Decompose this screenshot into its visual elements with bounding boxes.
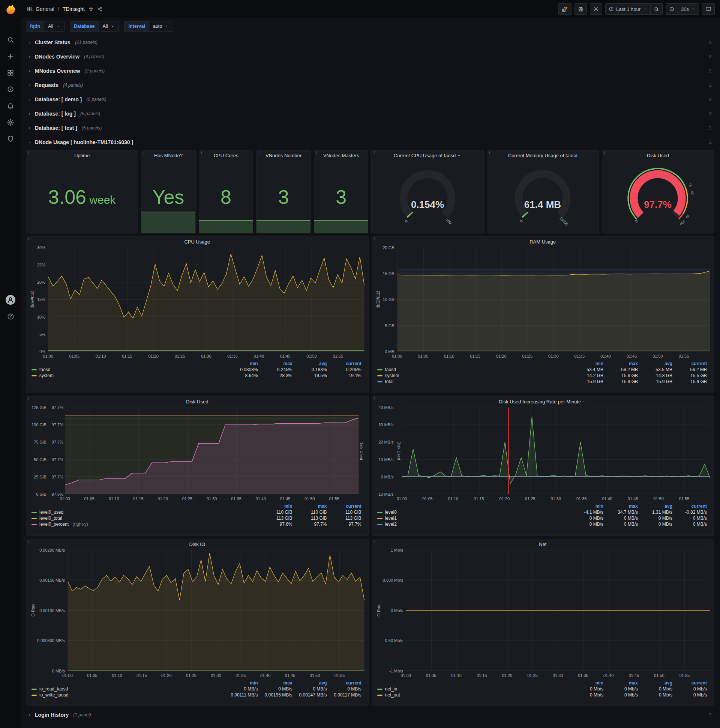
legend-header-current[interactable]: current	[328, 503, 363, 509]
panel-header[interactable]: iCurrent CPU Usage of taosd	[372, 150, 483, 161]
panel-info-icon[interactable]: i	[26, 397, 31, 402]
row-dnode-usage[interactable]: DNode Usage [ huolinhe-TM1701:6030 ]	[26, 136, 714, 148]
panel-header[interactable]: iHas MNode?	[141, 150, 195, 161]
save-dashboard-button[interactable]	[575, 3, 587, 15]
legend-series-level0-total[interactable]: level0_total	[32, 515, 259, 521]
legend-header-min[interactable]: min	[571, 680, 605, 686]
row-requests[interactable]: Requests(4 panels)	[26, 79, 714, 92]
panel-header[interactable]: iDisk IO	[26, 539, 368, 549]
panel-info-icon[interactable]: i	[314, 150, 319, 155]
legend-header-min[interactable]: min	[225, 361, 259, 367]
dashboards-icon[interactable]	[2, 64, 19, 81]
legend-header-max[interactable]: max	[605, 503, 639, 509]
legend-series-net-in[interactable]: net_in	[377, 686, 571, 692]
legend-series-io-write-taosd[interactable]: io_write_taosd	[32, 692, 225, 698]
row-mnodes-overview[interactable]: MNodes Overview(2 panels)	[26, 64, 714, 77]
panel-info-icon[interactable]: i	[256, 150, 261, 155]
panel-info-icon[interactable]: i	[141, 150, 146, 155]
chart-plot-cpu-usage[interactable]	[48, 248, 364, 352]
legend-header-max[interactable]: max	[605, 680, 639, 686]
panel-info-icon[interactable]: i	[372, 397, 377, 402]
legend-header-current[interactable]: current	[328, 361, 363, 367]
legend-header-avg[interactable]: avg	[639, 503, 674, 509]
chart-plot-disk-rate[interactable]	[402, 408, 710, 494]
panel-info-icon[interactable]: i	[372, 150, 377, 155]
legend-header-current[interactable]: current	[674, 361, 708, 367]
legend-series-taosd[interactable]: taosd	[377, 367, 571, 373]
explore-icon[interactable]	[2, 81, 19, 98]
server-admin-icon[interactable]	[2, 131, 19, 147]
row-drag-handle[interactable]	[708, 97, 713, 103]
row-drag-handle[interactable]	[708, 83, 713, 89]
legend-series-level0-used[interactable]: level0_used	[32, 509, 259, 515]
row-drag-handle[interactable]	[708, 125, 713, 132]
legend-series-system[interactable]: system	[32, 373, 225, 379]
legend-header-min[interactable]: min	[225, 680, 259, 686]
panel-info-icon[interactable]: i	[602, 150, 607, 155]
panel-header[interactable]: iRAM Usage	[372, 237, 714, 247]
legend-series-taosd[interactable]: taosd	[32, 367, 225, 373]
legend-header-current[interactable]: current	[674, 680, 708, 686]
row-login-history[interactable]: Login History(1 panel)	[26, 708, 714, 721]
legend-header-min[interactable]: min	[571, 361, 605, 367]
chart-plot-ram-usage[interactable]	[397, 248, 710, 352]
share-icon[interactable]	[97, 6, 103, 12]
row-database-test[interactable]: Database: [ test ](5 panels)	[26, 122, 714, 135]
legend-series-level1[interactable]: level1	[377, 515, 571, 521]
legend-header-max[interactable]: max	[605, 361, 639, 367]
row-drag-handle[interactable]	[708, 68, 713, 75]
legend-header-avg[interactable]: avg	[294, 361, 328, 367]
panel-info-icon[interactable]: i	[26, 237, 31, 242]
time-range-picker[interactable]: Last 1 hour	[605, 3, 651, 15]
refresh-interval-dropdown[interactable]: 30s	[678, 3, 699, 15]
chart-plot-net[interactable]	[406, 550, 710, 671]
panel-header[interactable]: iDisk Used Increasing Rate per Minute	[372, 397, 714, 407]
legend-series-system[interactable]: system	[377, 373, 571, 379]
legend-series-level2[interactable]: level2	[377, 521, 571, 527]
row-database-demo[interactable]: Database: [ demo ](5 panels)	[26, 93, 714, 106]
variable-value-dropdown[interactable]: All	[44, 21, 64, 32]
panel-info-icon[interactable]: i	[26, 150, 31, 155]
legend-header-avg[interactable]: avg	[294, 680, 328, 686]
breadcrumb-dashboard[interactable]: TDinsight	[63, 6, 85, 12]
variable-label[interactable]: Interval	[124, 21, 148, 32]
dashboard-settings-button[interactable]	[590, 3, 602, 15]
zoom-out-time-button[interactable]	[651, 3, 663, 15]
panel-info-icon[interactable]: i	[372, 539, 377, 544]
legend-header-min[interactable]: min	[571, 503, 605, 509]
panel-header[interactable]: iVNodes Number	[256, 150, 311, 161]
panel-info-icon[interactable]: i	[372, 237, 377, 242]
breadcrumb-folder[interactable]: General	[36, 6, 54, 12]
alerting-icon[interactable]	[2, 98, 19, 114]
legend-series-total[interactable]: total	[377, 379, 571, 385]
variable-value-dropdown[interactable]: All	[99, 21, 119, 32]
row-drag-handle[interactable]	[708, 712, 713, 719]
panel-header[interactable]: iCPU Usage	[26, 237, 368, 247]
legend-header-max[interactable]: max	[294, 503, 328, 509]
user-avatar[interactable]	[2, 292, 19, 308]
row-drag-handle[interactable]	[708, 54, 713, 60]
row-drag-handle[interactable]	[708, 111, 713, 118]
legend-series-net-out[interactable]: net_out	[377, 692, 571, 698]
panel-header[interactable]: iDisk Used	[26, 397, 368, 407]
legend-header-avg[interactable]: avg	[639, 680, 674, 686]
legend-series-io-read-taosd[interactable]: io_read_taosd	[32, 686, 225, 692]
panel-info-icon[interactable]: i	[199, 150, 204, 155]
panel-header[interactable]: iCurrent Memory Usage of taosd	[487, 150, 598, 161]
panel-header[interactable]: iUptime	[26, 150, 137, 161]
row-drag-handle[interactable]	[708, 40, 713, 46]
create-icon[interactable]	[2, 48, 19, 64]
help-icon[interactable]	[2, 308, 19, 324]
variable-value-dropdown[interactable]: auto	[149, 21, 173, 32]
legend-series-level0[interactable]: level0	[377, 509, 571, 515]
row-dnodes-overview[interactable]: DNodes Overview(4 panels)	[26, 50, 714, 63]
configuration-icon[interactable]	[2, 114, 19, 131]
add-panel-button[interactable]	[558, 3, 572, 15]
cycle-view-button[interactable]	[702, 3, 715, 15]
panel-header[interactable]: iVNodes Masters	[314, 150, 368, 161]
panel-header[interactable]: iDisk Used	[602, 150, 714, 161]
row-cluster-status[interactable]: Cluster Status(21 panels)	[26, 36, 714, 49]
row-database-log[interactable]: Database: [ log ](5 panels)	[26, 107, 714, 120]
grafana-logo[interactable]	[4, 4, 17, 17]
legend-header-current[interactable]: current	[328, 680, 363, 686]
